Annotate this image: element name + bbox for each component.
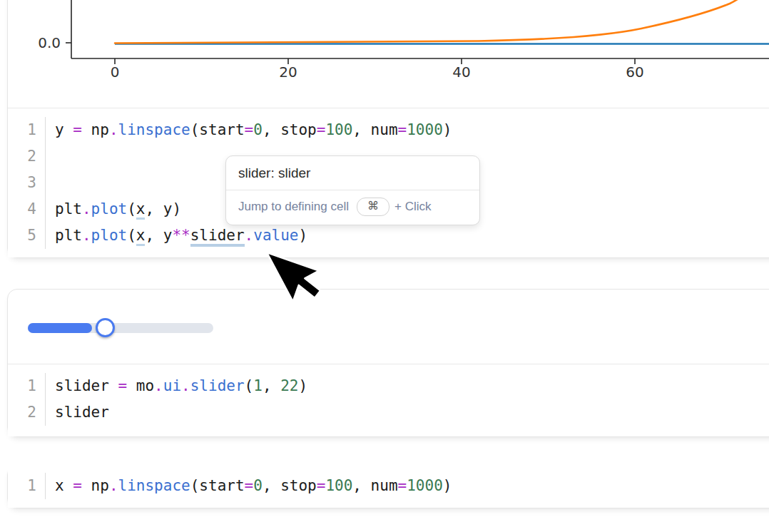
code-token: mo <box>127 377 154 394</box>
code-token: . <box>109 477 118 494</box>
code-token: ( <box>245 377 254 394</box>
slider-handle[interactable] <box>96 318 115 337</box>
code-token: , y) <box>145 200 181 218</box>
notebook-page: 0.0 0 20 40 60 1y = np.linspace(start=0,… <box>0 0 769 532</box>
code-token: linspace <box>118 477 190 494</box>
line-number: 1 <box>8 473 45 499</box>
code-token: (start <box>190 121 245 138</box>
x-tick-label: 20 <box>279 63 297 81</box>
slider-fill <box>28 323 92 333</box>
code-token: . <box>109 121 118 138</box>
reactive-variable-ref[interactable]: x <box>136 227 146 246</box>
variable-tooltip: slider: slider Jump to defining cell ⌘ +… <box>225 155 480 225</box>
code-token: , stop <box>263 477 317 494</box>
code-token: , num <box>352 477 397 494</box>
code-editor[interactable]: 1slider = mo.ui.slider(1, 22)2slider <box>8 364 769 436</box>
code-line[interactable]: 1y = np.linspace(start=0, stop=100, num=… <box>8 117 769 143</box>
code-token: plt <box>55 200 82 218</box>
y-tick-label: 0.0 <box>38 34 61 51</box>
code-token: = <box>245 477 254 494</box>
code-token: ( <box>127 227 136 244</box>
tooltip-title: slider: slider <box>226 156 479 190</box>
code-token: . <box>245 227 254 244</box>
code-token: ) <box>443 477 452 494</box>
line-number: 2 <box>8 399 45 426</box>
code-token: y <box>55 121 73 138</box>
code-token: 1 <box>253 377 263 394</box>
code-token: 100 <box>325 477 352 494</box>
line-number: 3 <box>8 170 45 196</box>
code-token: plot <box>91 200 128 218</box>
code-token: = <box>73 477 82 494</box>
code-token: slider <box>55 377 118 394</box>
x-tick-label: 60 <box>626 63 643 81</box>
code-token: = <box>398 121 407 138</box>
code-editor[interactable]: 1x = np.linspace(start=0, stop=100, num=… <box>8 465 769 508</box>
code-token: 100 <box>325 121 352 138</box>
code-token: . <box>154 377 163 394</box>
line-number: 4 <box>8 196 45 222</box>
code-token: . <box>82 227 91 244</box>
code-token: , y <box>145 227 172 244</box>
code-line[interactable]: 1slider = mo.ui.slider(1, 22) <box>8 373 769 399</box>
code-token: ( <box>127 200 136 218</box>
code-token: 0 <box>253 477 263 494</box>
code-token: , num <box>352 121 397 138</box>
code-token: value <box>253 227 298 244</box>
code-token: plt <box>55 227 82 244</box>
code-token: 1000 <box>407 477 443 494</box>
code-token: = <box>118 377 128 394</box>
code-token: np <box>82 477 109 494</box>
code-token: ** <box>172 227 190 244</box>
code-token: x <box>55 477 73 494</box>
code-line[interactable]: 1x = np.linspace(start=0, stop=100, num=… <box>8 473 769 499</box>
code-token: np <box>82 121 109 138</box>
code-token: ui <box>163 377 181 394</box>
cell-x-definition: 1x = np.linspace(start=0, stop=100, num=… <box>7 465 769 508</box>
code-token: = <box>317 121 326 138</box>
command-key-icon: ⌘ <box>357 198 389 216</box>
code-token: 22 <box>280 377 298 394</box>
code-token: = <box>398 477 407 494</box>
line-number: 5 <box>8 222 45 249</box>
mouse-cursor-icon <box>263 250 341 328</box>
code-token: slider <box>55 404 109 421</box>
code-token: . <box>82 200 91 218</box>
line-number: 2 <box>8 143 45 170</box>
line-number: 1 <box>8 373 45 399</box>
code-token: ) <box>298 377 307 394</box>
reactive-variable-ref[interactable]: x <box>136 200 146 220</box>
code-token: = <box>73 121 82 138</box>
code-token: . <box>181 377 190 394</box>
code-token: ) <box>298 227 307 244</box>
code-token: , stop <box>263 121 317 138</box>
hovered-variable-slider[interactable]: slider <box>190 227 245 247</box>
matplotlib-chart: 0.0 0 20 40 60 <box>8 0 769 109</box>
code-token: = <box>245 121 254 138</box>
cell-slider: 1slider = mo.ui.slider(1, 22)2slider <box>7 289 769 437</box>
plot-output-area: 0.0 0 20 40 60 <box>8 0 769 109</box>
line-number: 1 <box>8 117 45 143</box>
code-token: 1000 <box>407 121 443 138</box>
code-token: ) <box>443 121 452 138</box>
slider-track[interactable] <box>28 323 213 333</box>
code-token: , <box>263 377 280 394</box>
code-token: slider <box>190 377 245 394</box>
x-tick-label: 40 <box>452 63 470 81</box>
code-line[interactable]: 2slider <box>8 399 769 426</box>
slider-output-area <box>8 290 769 365</box>
code-token: plot <box>91 227 128 244</box>
jump-to-defining-cell-label: Jump to defining cell <box>238 200 349 214</box>
code-token: 0 <box>253 121 263 138</box>
tooltip-click-suffix: + Click <box>394 200 431 214</box>
x-tick-label: 0 <box>111 63 120 81</box>
code-token: linspace <box>118 121 190 138</box>
code-token: (start <box>190 477 245 494</box>
tooltip-footer: Jump to defining cell ⌘ + Click <box>226 190 479 225</box>
code-token: = <box>317 477 326 494</box>
code-line[interactable]: 5plt.plot(x, y**slider.value) <box>8 222 769 249</box>
series-line-orange <box>115 0 767 44</box>
